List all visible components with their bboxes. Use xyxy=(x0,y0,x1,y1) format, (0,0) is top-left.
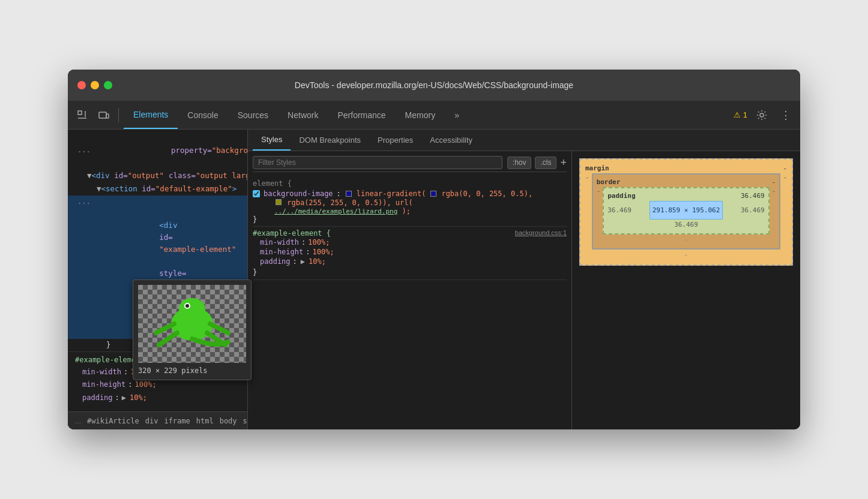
example-selector: #example-element { xyxy=(253,229,331,238)
example-element-rule: #example-element { background.css:1 min-… xyxy=(253,227,567,280)
content-box: 291.859 × 195.062 xyxy=(649,201,723,220)
border-label: border xyxy=(597,178,621,186)
ellipsis-button[interactable]: ... xyxy=(75,196,93,208)
image-url-link[interactable]: ../../media/examples/lizard.png xyxy=(274,208,397,215)
outer-left-val: - xyxy=(585,173,589,250)
tab-network[interactable]: Network xyxy=(278,101,328,129)
margin-box: margin - - border - xyxy=(579,158,793,266)
devtools-window: DevTools - developer.mozilla.org/en-US/d… xyxy=(68,70,800,429)
element-breadcrumb: ... #wikiArticle div iframe html body se… xyxy=(68,411,247,429)
svg-point-14 xyxy=(185,304,189,308)
toolbar-separator xyxy=(118,108,119,122)
background-image-prop: background-image : linear-gradient( rgba… xyxy=(253,189,567,199)
padding-label: padding xyxy=(607,192,635,200)
toolbar: Elements Console Sources Network Perform… xyxy=(68,101,800,130)
minimize-button[interactable] xyxy=(91,81,99,89)
sub-tab-properties[interactable]: Properties xyxy=(369,130,421,151)
css-file-link[interactable]: background.css:1 xyxy=(515,229,567,238)
warning-badge[interactable]: ⚠ 1 xyxy=(734,110,747,119)
box-model-panel: margin - - border - xyxy=(572,151,800,429)
sub-tab-dom-breakpoints[interactable]: DOM Breakpoints xyxy=(291,130,369,151)
color-swatch-yellow[interactable] xyxy=(276,199,282,205)
padding-prop: padding : ▶ 10%; xyxy=(253,257,567,266)
image-preview xyxy=(138,285,246,363)
hov-button[interactable]: :hov xyxy=(507,157,532,169)
bc-item-section[interactable]: section xyxy=(241,416,247,426)
color-swatch-blue[interactable] xyxy=(346,191,352,197)
tab-memory[interactable]: Memory xyxy=(396,101,445,129)
filter-actions: :hov .cls + xyxy=(507,157,567,169)
sub-tab-styles[interactable]: Styles xyxy=(253,130,291,151)
padding-box: padding 36.469 36.469 291.859 × 195.062 xyxy=(603,187,770,235)
element-rule-label: element { xyxy=(253,178,567,189)
bottom-padding-val: 36.469 xyxy=(674,221,698,229)
min-width-prop: min-width : 100%; xyxy=(253,238,567,247)
warning-icon: ⚠ xyxy=(734,110,741,119)
toolbar-right: ⚠ 1 ⋮ xyxy=(734,106,795,125)
html-line[interactable]: ... property="backgroundImage">…</sectio… xyxy=(68,132,247,169)
outer-right-val: - xyxy=(783,173,787,250)
styles-left-panel: :hov .cls + element { background-image : xyxy=(248,151,572,429)
border-box: border - - padding 36.469 xyxy=(592,173,781,250)
tab-elements[interactable]: Elements xyxy=(124,101,178,129)
gecko-image xyxy=(138,285,246,363)
svg-rect-3 xyxy=(99,112,106,118)
window-title: DevTools - developer.mozilla.org/en-US/d… xyxy=(295,80,573,90)
sub-tabs: Styles DOM Breakpoints Properties Access… xyxy=(248,130,800,151)
bc-item-wiki[interactable]: #wikiArticle xyxy=(85,416,142,426)
svg-point-5 xyxy=(760,113,764,117)
css-prop-row: padding : ▶ 10%; xyxy=(75,392,240,404)
right-padding-val: 36.469 xyxy=(741,206,765,214)
filter-input[interactable] xyxy=(253,156,502,169)
ellipsis-button[interactable]: ... xyxy=(75,145,93,156)
breadcrumb-dots: ... xyxy=(73,416,83,426)
traffic-lights xyxy=(77,81,112,89)
margin-label: margin xyxy=(585,164,609,172)
bc-item-body[interactable]: body xyxy=(217,416,240,426)
svg-point-12 xyxy=(179,298,205,320)
image-size: 320 × 229 pixels xyxy=(138,366,208,375)
element-rule: element { background-image : linear-grad… xyxy=(253,176,567,227)
inspector-icon[interactable] xyxy=(73,106,92,125)
margin-value: - xyxy=(783,164,787,172)
bc-item-html[interactable]: html xyxy=(194,416,216,426)
tab-console[interactable]: Console xyxy=(178,101,228,129)
tab-performance[interactable]: Performance xyxy=(328,101,395,129)
more-options-icon[interactable]: ⋮ xyxy=(776,106,795,125)
cls-button[interactable]: .cls xyxy=(535,157,556,169)
color-swatch-inline[interactable] xyxy=(430,191,436,197)
styles-content: :hov .cls + element { background-image : xyxy=(248,151,800,429)
prop-checkbox[interactable] xyxy=(253,190,260,197)
bc-item-div1[interactable]: div xyxy=(143,416,161,426)
content-size: 291.859 × 195.062 xyxy=(653,206,720,214)
padding-value: 36.469 xyxy=(741,192,765,200)
svg-rect-4 xyxy=(106,114,109,118)
filter-row: :hov .cls + xyxy=(253,154,567,172)
html-line[interactable]: ▼ <section id= "default-example" > xyxy=(68,182,247,196)
settings-icon[interactable] xyxy=(752,106,771,125)
html-line[interactable]: ▼ <div id= "output" class= "output large… xyxy=(68,169,247,182)
margin-bottom-section: - xyxy=(585,250,787,260)
image-tooltip: 320 × 229 pixels xyxy=(133,279,252,380)
tab-more[interactable]: » xyxy=(445,101,469,129)
bc-item-iframe[interactable]: iframe xyxy=(161,416,192,426)
outer-bottom-val: - xyxy=(684,251,689,258)
main-content: ... property="backgroundImage">…</sectio… xyxy=(68,130,800,429)
main-tabs: Elements Console Sources Network Perform… xyxy=(124,101,731,129)
bottom-padding-section: 36.469 xyxy=(607,220,765,230)
svg-rect-0 xyxy=(78,111,82,115)
close-button[interactable] xyxy=(77,81,86,89)
border-value: - xyxy=(772,178,776,186)
left-padding-val: 36.469 xyxy=(607,206,631,214)
warning-count: 1 xyxy=(743,110,747,119)
border-bottom-section: - xyxy=(597,235,776,245)
tab-sources[interactable]: Sources xyxy=(228,101,278,129)
styles-panel: Styles DOM Breakpoints Properties Access… xyxy=(248,130,800,429)
add-rule-button[interactable]: + xyxy=(560,157,567,169)
css-prop-row: min-height : 100%; xyxy=(75,378,240,391)
responsive-icon[interactable] xyxy=(94,106,113,125)
maximize-button[interactable] xyxy=(104,81,112,89)
min-height-prop: min-height : 100%; xyxy=(253,247,567,257)
sub-tab-accessibility[interactable]: Accessibility xyxy=(421,130,481,151)
title-bar: DevTools - developer.mozilla.org/en-US/d… xyxy=(68,70,800,101)
